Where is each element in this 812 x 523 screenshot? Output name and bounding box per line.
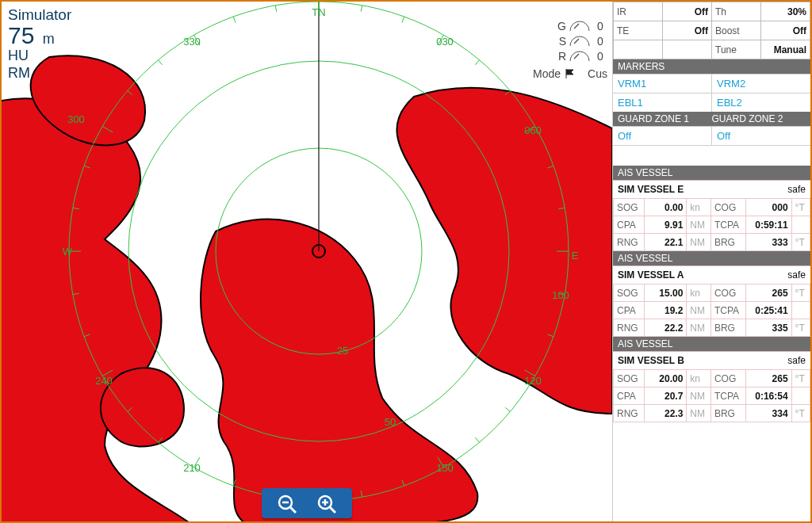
svg-line-40 <box>233 17 236 23</box>
svg-line-28 <box>159 437 163 442</box>
te-value[interactable]: Off <box>663 21 712 40</box>
svg-line-43 <box>574 39 579 44</box>
tune-label: Tune <box>712 40 761 59</box>
svg-line-36 <box>102 127 113 133</box>
bearing-210: 210 <box>183 462 201 474</box>
vrm2[interactable]: VRM2 <box>712 74 810 93</box>
vessel-data-grid: SOG0.00knCOG000°TCPA9.91NMTCPA0:59:11RNG… <box>613 198 810 251</box>
ring-25: 25 <box>337 345 348 357</box>
zoom-in-button[interactable] <box>316 493 338 515</box>
sidebar-panel: IR Off Th 30% TE Off Boost Off Tune Manu… <box>612 2 810 521</box>
mode-flag-icon <box>564 68 584 79</box>
bearing-060: 060 <box>524 124 542 136</box>
svg-line-38 <box>159 60 163 65</box>
te-label: TE <box>614 21 663 40</box>
svg-line-17 <box>547 334 553 337</box>
bearing-150: 150 <box>436 462 454 474</box>
motion-mode: RM <box>8 65 71 82</box>
tune-value[interactable]: Manual <box>761 40 810 59</box>
range-value: 75 m <box>8 24 71 48</box>
svg-line-44 <box>574 54 579 59</box>
bearing-w: W <box>63 246 72 258</box>
th-value[interactable]: 30% <box>761 2 810 21</box>
ais-header: AIS VESSEL <box>613 166 810 180</box>
ring-50: 50 <box>385 416 396 428</box>
svg-line-11 <box>505 91 510 95</box>
guardzone1-header: GUARD ZONE 1 <box>618 113 712 124</box>
simulator-label: Simulator <box>8 6 71 24</box>
bearing-240: 240 <box>95 375 113 387</box>
rain-row[interactable]: R 0 <box>533 50 607 63</box>
gain-arc-icon <box>569 21 590 32</box>
boost-label: Boost <box>712 21 761 40</box>
orientation: HU <box>8 48 71 65</box>
vessel-name-row[interactable]: SIM VESSEL Bsafe <box>613 351 810 369</box>
radar-rings <box>2 2 612 521</box>
sea-arc-icon <box>569 36 590 47</box>
vessel-data-grid: SOG15.00knCOG265°TCPA19.2NMTCPA0:25:41RN… <box>613 284 810 337</box>
gain-row[interactable]: G 0 <box>533 20 607 32</box>
svg-line-10 <box>475 60 479 65</box>
vessel-name-row[interactable]: SIM VESSEL Esafe <box>613 180 810 198</box>
sea-row[interactable]: S 0 <box>533 35 607 48</box>
svg-line-20 <box>475 437 479 442</box>
svg-line-41 <box>275 6 276 12</box>
ebl1[interactable]: EBL1 <box>613 94 712 112</box>
bearing-030: 030 <box>436 36 454 48</box>
tuning-grid: IR Off Th 30% TE Off Boost Off Tune Manu… <box>613 2 810 59</box>
svg-line-14 <box>558 208 565 208</box>
svg-line-29 <box>128 407 132 411</box>
app-root: TN 030 060 E 120 150 100 S 210 240 W 300… <box>0 0 812 523</box>
bearing-tn: TN <box>312 6 325 18</box>
guardzone2-header: GUARD ZONE 2 <box>712 113 806 124</box>
mode-row[interactable]: Mode Cus <box>533 67 607 80</box>
gain-sea-rain-panel: G 0 S 0 R 0 Mode <box>533 17 607 82</box>
th-label: Th <box>712 2 761 21</box>
svg-line-34 <box>73 208 79 208</box>
bearing-100: 100 <box>552 289 569 301</box>
guardzone1-value[interactable]: Off <box>613 127 712 145</box>
bearing-e: E <box>572 250 579 262</box>
ebl2[interactable]: EBL2 <box>712 94 810 112</box>
svg-line-42 <box>574 24 579 29</box>
guardzone2-value[interactable]: Off <box>712 127 810 145</box>
svg-line-19 <box>505 407 510 411</box>
svg-line-8 <box>402 17 404 23</box>
bearing-120: 120 <box>524 375 542 387</box>
zoom-out-button[interactable] <box>276 493 298 515</box>
vessel-data-grid: SOG20.00knCOG265°TCPA20.7NMTCPA0:16:54RN… <box>613 369 810 422</box>
svg-line-49 <box>330 507 335 513</box>
svg-line-13 <box>547 166 553 168</box>
ais-header: AIS VESSEL <box>613 337 810 351</box>
ais-header: AIS VESSEL <box>613 251 810 265</box>
bearing-330: 330 <box>183 36 201 48</box>
boost-value[interactable]: Off <box>761 21 810 40</box>
vessel-name-row[interactable]: SIM VESSEL Asafe <box>613 265 810 284</box>
ir-value[interactable]: Off <box>663 2 712 21</box>
vrm1[interactable]: VRM1 <box>613 74 712 93</box>
svg-line-32 <box>73 293 79 294</box>
svg-line-31 <box>84 334 90 337</box>
bearing-300: 300 <box>67 113 85 125</box>
svg-line-22 <box>402 479 404 486</box>
svg-line-7 <box>361 6 362 12</box>
top-left-status: Simulator 75 m HU RM <box>8 6 71 82</box>
rain-arc-icon <box>569 51 590 62</box>
radar-display[interactable]: TN 030 060 E 120 150 100 S 210 240 W 300… <box>2 2 612 521</box>
svg-line-37 <box>128 91 132 95</box>
markers-header: MARKERS <box>613 59 810 74</box>
svg-line-23 <box>361 491 362 497</box>
svg-line-46 <box>290 507 296 513</box>
svg-line-26 <box>233 479 236 486</box>
zoom-toolbar <box>262 488 352 518</box>
svg-line-35 <box>84 166 90 168</box>
ir-label: IR <box>614 2 663 21</box>
ais-vessel-list: AIS VESSELSIM VESSEL EsafeSOG0.00knCOG00… <box>613 166 810 422</box>
